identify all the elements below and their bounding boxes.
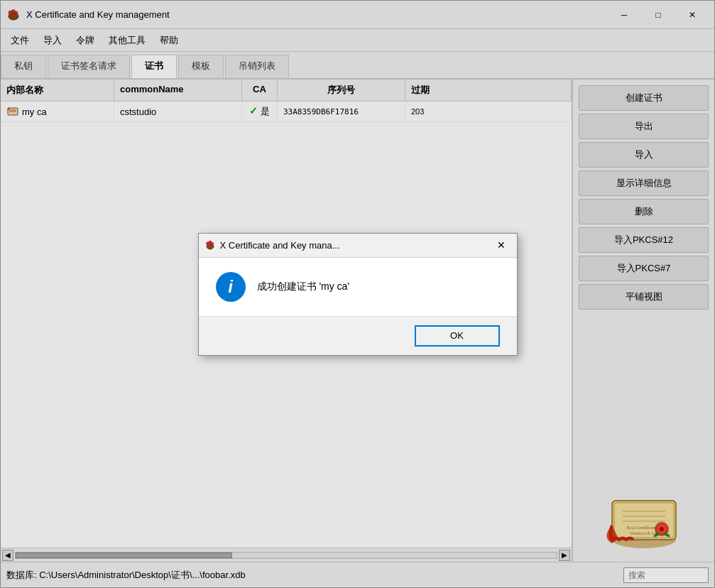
dialog-footer: OK (199, 316, 517, 355)
info-icon: i (216, 272, 246, 302)
dialog-body: i 成功创建证书 'my ca' (199, 258, 517, 316)
dialog-message: 成功创建证书 'my ca' (257, 281, 350, 293)
svg-point-24 (209, 241, 212, 244)
dialog-title-icon (204, 239, 216, 251)
dialog: X Certificate and Key mana... ✕ i 成功创建证书… (198, 233, 518, 356)
dialog-overlay: X Certificate and Key mana... ✕ i 成功创建证书… (0, 0, 715, 588)
dialog-title-text: X Certificate and Key mana... (220, 240, 491, 251)
dialog-close-button[interactable]: ✕ (491, 236, 511, 254)
dialog-ok-button[interactable]: OK (415, 325, 500, 347)
dialog-title-bar: X Certificate and Key mana... ✕ (199, 234, 517, 258)
